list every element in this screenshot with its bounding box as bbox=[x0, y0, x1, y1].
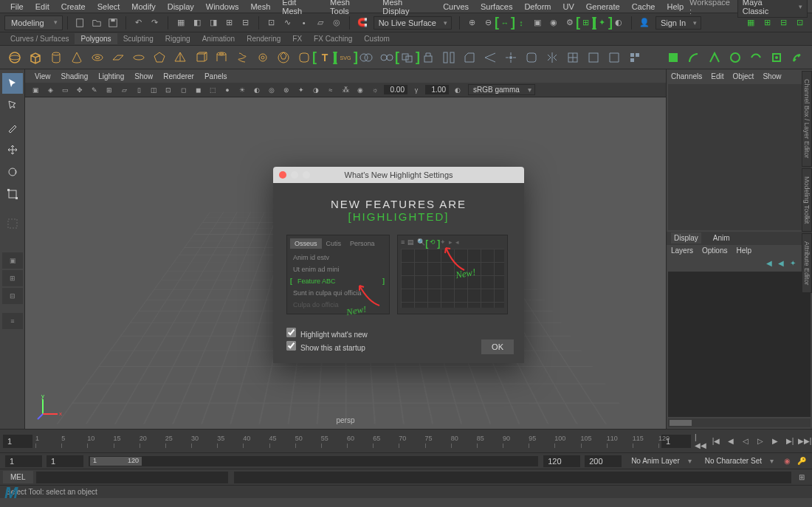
shelf-tab-fx[interactable]: FX bbox=[286, 33, 308, 44]
shelf-tab-rendering[interactable]: Rendering bbox=[241, 33, 286, 44]
range-slider-handle[interactable]: 1 120 bbox=[90, 457, 142, 466]
ipr-icon[interactable]: ◉ bbox=[546, 15, 561, 30]
panel-layout2-icon[interactable]: ⊞ bbox=[760, 15, 774, 30]
poly-gear-icon[interactable] bbox=[253, 48, 272, 67]
vp-screen-ao-icon[interactable]: ◑ bbox=[310, 84, 322, 96]
menu-deform[interactable]: Deform bbox=[518, 2, 557, 11]
snap-point-icon[interactable]: • bbox=[297, 15, 312, 30]
undo-icon[interactable]: ↶ bbox=[131, 15, 146, 30]
preview-tab-persona[interactable]: Persona bbox=[345, 238, 379, 249]
channels-edit[interactable]: Edit bbox=[711, 72, 723, 80]
vp-gate-mask-icon[interactable]: ◫ bbox=[148, 84, 159, 96]
bevel-icon[interactable] bbox=[460, 48, 479, 67]
menu-surfaces[interactable]: Surfaces bbox=[475, 2, 518, 11]
crease-sets-icon[interactable] bbox=[605, 48, 624, 67]
play-forward-icon[interactable]: ▷ bbox=[754, 435, 767, 448]
poly-prism-icon[interactable] bbox=[191, 48, 210, 67]
vp-multisample-icon[interactable]: ⁂ bbox=[340, 84, 351, 96]
zoom-icon[interactable] bbox=[303, 171, 310, 179]
render-settings-icon[interactable]: ⚙ bbox=[562, 15, 577, 30]
rotate-tool[interactable] bbox=[2, 162, 23, 182]
poly-disc-icon[interactable] bbox=[129, 48, 148, 67]
range-slider-track[interactable]: 1 120 bbox=[89, 456, 538, 466]
panel-layout1-icon[interactable]: ▦ bbox=[743, 15, 758, 30]
lasso-tool[interactable] bbox=[2, 95, 23, 116]
history-icon[interactable]: ⊖ bbox=[481, 15, 496, 30]
snap-grid-icon[interactable]: ⊡ bbox=[264, 15, 279, 30]
poly-cone-icon[interactable] bbox=[67, 48, 86, 67]
channels-tab[interactable]: Channels bbox=[671, 72, 702, 80]
layer-move-up-icon[interactable]: ◀ bbox=[766, 259, 772, 267]
step-back-key-icon[interactable]: |◀ bbox=[709, 435, 723, 448]
shelf-tab-curves[interactable]: Curves / Surfaces bbox=[4, 33, 75, 44]
boolean-icon[interactable] bbox=[398, 48, 417, 67]
tab-modeling-toolkit[interactable]: Modeling Toolkit bbox=[802, 168, 812, 232]
vp-bookmark-icon[interactable]: ◈ bbox=[44, 84, 56, 96]
channel-list[interactable] bbox=[668, 84, 811, 230]
vp-dof-icon[interactable]: ◉ bbox=[354, 84, 366, 96]
poly-plane-icon[interactable] bbox=[109, 48, 128, 67]
live-surface-selector[interactable]: No Live Surface bbox=[374, 16, 452, 30]
tab-channel-box[interactable]: Channel Box / Layer Editor bbox=[802, 71, 812, 167]
go-to-start-icon[interactable]: |◀◀ bbox=[695, 435, 708, 448]
menu-display[interactable]: Display bbox=[162, 2, 200, 11]
shelf-tab-sculpting[interactable]: Sculpting bbox=[117, 33, 159, 44]
character-set-select[interactable]: No Character Set bbox=[701, 455, 777, 466]
shelf-tab-custom[interactable]: Custom bbox=[358, 33, 395, 44]
new-scene-icon[interactable] bbox=[73, 15, 88, 30]
panel-layout4-icon[interactable]: ⊡ bbox=[792, 15, 807, 30]
vp-view-transform-icon[interactable]: ◐ bbox=[452, 84, 464, 96]
channels-object[interactable]: Object bbox=[733, 72, 754, 80]
auto-key-icon[interactable]: ◉ bbox=[780, 455, 794, 468]
sculpt-icon[interactable] bbox=[625, 48, 644, 67]
set-key-icon[interactable]: 🔑 bbox=[795, 455, 808, 468]
redo-icon[interactable]: ↷ bbox=[148, 15, 162, 30]
menu-mesh-tools[interactable]: Mesh Tools bbox=[324, 0, 376, 15]
shelf-tab-polygons[interactable]: Polygons bbox=[75, 33, 117, 44]
xgen4-icon[interactable] bbox=[726, 48, 745, 67]
select-tool[interactable] bbox=[2, 73, 23, 94]
anim-layer-select[interactable]: No Anim Layer bbox=[627, 455, 695, 466]
step-back-icon[interactable]: ◀ bbox=[724, 435, 737, 448]
select-mask2-icon[interactable]: ◧ bbox=[190, 15, 204, 30]
vp-gamma-field[interactable]: 1.00 bbox=[425, 85, 449, 94]
open-scene-icon[interactable] bbox=[89, 15, 104, 30]
shelf-tab-rigging[interactable]: Rigging bbox=[159, 33, 196, 44]
layout-single-icon[interactable]: ▣ bbox=[2, 252, 23, 269]
construction-icon[interactable]: ⊕ bbox=[465, 15, 480, 30]
xgen7-icon[interactable] bbox=[788, 48, 807, 67]
menu-help[interactable]: Help bbox=[661, 2, 689, 11]
mirror-icon[interactable] bbox=[543, 48, 562, 67]
poly-svg-icon[interactable]: SVG bbox=[336, 48, 355, 67]
vp-exposure-icon[interactable]: ☼ bbox=[369, 84, 381, 96]
vp-2d-pan-icon[interactable]: ✥ bbox=[74, 84, 86, 96]
go-to-end-icon[interactable]: ▶▶| bbox=[798, 435, 811, 448]
channels-show[interactable]: Show bbox=[763, 72, 781, 80]
dialog-titlebar[interactable]: What's New Highlight Settings bbox=[273, 167, 524, 183]
bridge-icon[interactable] bbox=[439, 48, 458, 67]
shelf-tab-fxcaching[interactable]: FX Caching bbox=[308, 33, 358, 44]
layers-menu-layers[interactable]: Layers bbox=[671, 246, 693, 255]
select-mask-icon[interactable]: ▦ bbox=[173, 15, 188, 30]
list-item[interactable]: Ut enim ad mini bbox=[290, 263, 386, 275]
layout-outliner-icon[interactable]: ⊟ bbox=[2, 288, 23, 304]
layer-move-down-icon[interactable]: ◀ bbox=[778, 259, 784, 267]
poly-platonic-icon[interactable] bbox=[150, 48, 169, 67]
layer-scrollbar[interactable] bbox=[668, 418, 811, 427]
range-playend-field[interactable]: 120 bbox=[543, 455, 580, 467]
command-input[interactable] bbox=[36, 472, 228, 483]
target-weld-icon[interactable] bbox=[501, 48, 520, 67]
vp-gamma-icon[interactable]: γ bbox=[410, 84, 422, 96]
vp-image-plane-icon[interactable]: ▭ bbox=[59, 84, 71, 96]
menu-select[interactable]: Select bbox=[92, 2, 126, 11]
vp-renderer[interactable]: Renderer bbox=[158, 72, 199, 80]
vp-wireframe-icon[interactable]: ⬚ bbox=[207, 84, 219, 96]
layers-menu-options[interactable]: Options bbox=[702, 246, 727, 255]
vp-exposure-field[interactable]: 0.00 bbox=[384, 85, 407, 94]
crease-icon[interactable] bbox=[584, 48, 603, 67]
shelf-tab-animation[interactable]: Animation bbox=[196, 33, 241, 44]
step-forward-key-icon[interactable]: ▶| bbox=[783, 435, 796, 448]
vp-smooth-shade-icon[interactable]: ● bbox=[221, 84, 233, 96]
sym-y-icon[interactable]: ↕ bbox=[514, 15, 529, 30]
mode-selector[interactable]: Modeling bbox=[4, 15, 63, 30]
